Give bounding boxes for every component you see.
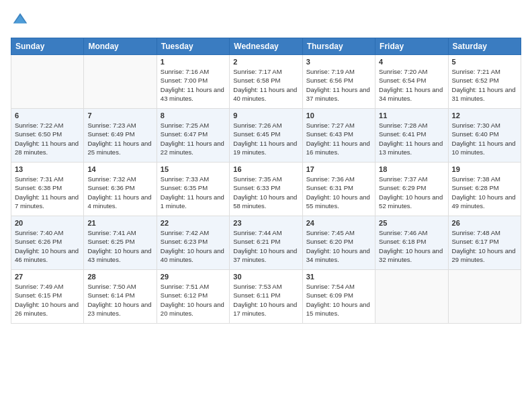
day-number: 19 bbox=[452, 165, 517, 173]
day-number: 29 bbox=[161, 273, 226, 281]
day-info: Sunrise: 7:49 AM Sunset: 6:15 PM Dayligh… bbox=[15, 282, 80, 318]
day-number: 17 bbox=[306, 165, 371, 173]
day-info: Sunrise: 7:19 AM Sunset: 6:56 PM Dayligh… bbox=[306, 67, 371, 103]
day-info: Sunrise: 7:20 AM Sunset: 6:54 PM Dayligh… bbox=[379, 67, 444, 103]
day-info: Sunrise: 7:48 AM Sunset: 6:17 PM Dayligh… bbox=[452, 228, 517, 264]
day-info: Sunrise: 7:40 AM Sunset: 6:26 PM Dayligh… bbox=[15, 228, 80, 264]
calendar-cell: 20Sunrise: 7:40 AM Sunset: 6:26 PM Dayli… bbox=[11, 216, 84, 270]
day-info: Sunrise: 7:53 AM Sunset: 6:11 PM Dayligh… bbox=[233, 282, 298, 318]
day-number: 24 bbox=[306, 219, 371, 227]
day-number: 9 bbox=[233, 111, 298, 120]
page-header bbox=[11, 11, 521, 30]
calendar-cell: 8Sunrise: 7:25 AM Sunset: 6:47 PM Daylig… bbox=[157, 109, 229, 163]
day-number: 5 bbox=[452, 58, 517, 66]
day-number: 4 bbox=[379, 58, 444, 66]
day-info: Sunrise: 7:26 AM Sunset: 6:45 PM Dayligh… bbox=[233, 121, 298, 156]
calendar-cell: 29Sunrise: 7:51 AM Sunset: 6:12 PM Dayli… bbox=[157, 270, 229, 324]
calendar-cell: 7Sunrise: 7:23 AM Sunset: 6:49 PM Daylig… bbox=[84, 109, 157, 163]
day-info: Sunrise: 7:36 AM Sunset: 6:31 PM Dayligh… bbox=[306, 175, 371, 210]
calendar-cell: 12Sunrise: 7:30 AM Sunset: 6:40 PM Dayli… bbox=[448, 109, 521, 163]
day-info: Sunrise: 7:33 AM Sunset: 6:35 PM Dayligh… bbox=[161, 175, 226, 210]
calendar-table: SundayMondayTuesdayWednesdayThursdayFrid… bbox=[11, 38, 521, 324]
day-number: 16 bbox=[233, 165, 298, 173]
day-number: 27 bbox=[15, 273, 80, 281]
day-number: 10 bbox=[306, 111, 371, 120]
calendar-cell: 19Sunrise: 7:38 AM Sunset: 6:28 PM Dayli… bbox=[448, 163, 521, 216]
calendar-cell: 5Sunrise: 7:21 AM Sunset: 6:52 PM Daylig… bbox=[448, 55, 521, 109]
day-info: Sunrise: 7:45 AM Sunset: 6:20 PM Dayligh… bbox=[306, 228, 371, 264]
calendar-cell: 15Sunrise: 7:33 AM Sunset: 6:35 PM Dayli… bbox=[157, 163, 229, 216]
weekday-header-cell: Monday bbox=[84, 38, 157, 55]
day-info: Sunrise: 7:50 AM Sunset: 6:14 PM Dayligh… bbox=[87, 282, 152, 318]
day-number: 2 bbox=[233, 58, 298, 66]
calendar-cell bbox=[84, 55, 157, 109]
day-info: Sunrise: 7:16 AM Sunset: 7:00 PM Dayligh… bbox=[161, 67, 226, 103]
day-info: Sunrise: 7:28 AM Sunset: 6:41 PM Dayligh… bbox=[379, 121, 444, 156]
calendar-cell: 28Sunrise: 7:50 AM Sunset: 6:14 PM Dayli… bbox=[84, 270, 157, 324]
day-number: 11 bbox=[379, 111, 444, 120]
weekday-header-row: SundayMondayTuesdayWednesdayThursdayFrid… bbox=[11, 38, 521, 55]
day-info: Sunrise: 7:32 AM Sunset: 6:36 PM Dayligh… bbox=[87, 175, 152, 210]
day-info: Sunrise: 7:44 AM Sunset: 6:21 PM Dayligh… bbox=[233, 228, 298, 264]
day-number: 14 bbox=[87, 165, 152, 173]
weekday-header-cell: Wednesday bbox=[230, 38, 302, 55]
day-number: 22 bbox=[161, 219, 226, 227]
day-info: Sunrise: 7:41 AM Sunset: 6:25 PM Dayligh… bbox=[87, 228, 152, 264]
calendar-cell: 3Sunrise: 7:19 AM Sunset: 6:56 PM Daylig… bbox=[302, 55, 375, 109]
calendar-cell: 6Sunrise: 7:22 AM Sunset: 6:50 PM Daylig… bbox=[11, 109, 84, 163]
logo-icon bbox=[12, 11, 28, 27]
day-info: Sunrise: 7:42 AM Sunset: 6:23 PM Dayligh… bbox=[161, 228, 226, 264]
calendar-week-row: 20Sunrise: 7:40 AM Sunset: 6:26 PM Dayli… bbox=[11, 216, 521, 270]
calendar-cell: 24Sunrise: 7:45 AM Sunset: 6:20 PM Dayli… bbox=[302, 216, 375, 270]
calendar-cell: 2Sunrise: 7:17 AM Sunset: 6:58 PM Daylig… bbox=[230, 55, 302, 109]
day-number: 1 bbox=[161, 58, 226, 66]
calendar-cell: 18Sunrise: 7:37 AM Sunset: 6:29 PM Dayli… bbox=[375, 163, 448, 216]
day-number: 7 bbox=[87, 111, 152, 120]
day-number: 3 bbox=[306, 58, 371, 66]
day-number: 15 bbox=[161, 165, 226, 173]
calendar-cell: 22Sunrise: 7:42 AM Sunset: 6:23 PM Dayli… bbox=[157, 216, 229, 270]
calendar-cell: 21Sunrise: 7:41 AM Sunset: 6:25 PM Dayli… bbox=[84, 216, 157, 270]
day-info: Sunrise: 7:21 AM Sunset: 6:52 PM Dayligh… bbox=[452, 67, 517, 103]
day-number: 26 bbox=[452, 219, 517, 227]
calendar-cell: 25Sunrise: 7:46 AM Sunset: 6:18 PM Dayli… bbox=[375, 216, 448, 270]
calendar-cell: 14Sunrise: 7:32 AM Sunset: 6:36 PM Dayli… bbox=[84, 163, 157, 216]
weekday-header-cell: Saturday bbox=[448, 38, 521, 55]
day-number: 30 bbox=[233, 273, 298, 281]
day-info: Sunrise: 7:23 AM Sunset: 6:49 PM Dayligh… bbox=[87, 121, 152, 156]
day-number: 13 bbox=[15, 165, 80, 173]
weekday-header-cell: Sunday bbox=[11, 38, 84, 55]
calendar-cell bbox=[375, 270, 448, 324]
calendar-cell: 16Sunrise: 7:35 AM Sunset: 6:33 PM Dayli… bbox=[230, 163, 302, 216]
day-number: 12 bbox=[452, 111, 517, 120]
weekday-header-cell: Thursday bbox=[302, 38, 375, 55]
weekday-header-cell: Tuesday bbox=[157, 38, 229, 55]
calendar-week-row: 13Sunrise: 7:31 AM Sunset: 6:38 PM Dayli… bbox=[11, 163, 521, 216]
calendar-cell: 11Sunrise: 7:28 AM Sunset: 6:41 PM Dayli… bbox=[375, 109, 448, 163]
day-number: 8 bbox=[161, 111, 226, 120]
calendar-week-row: 1Sunrise: 7:16 AM Sunset: 7:00 PM Daylig… bbox=[11, 55, 521, 109]
calendar-cell bbox=[448, 270, 521, 324]
day-info: Sunrise: 7:38 AM Sunset: 6:28 PM Dayligh… bbox=[452, 175, 517, 210]
day-number: 31 bbox=[306, 273, 371, 281]
calendar-cell: 27Sunrise: 7:49 AM Sunset: 6:15 PM Dayli… bbox=[11, 270, 84, 324]
logo bbox=[11, 11, 30, 30]
calendar-cell: 30Sunrise: 7:53 AM Sunset: 6:11 PM Dayli… bbox=[230, 270, 302, 324]
calendar-cell bbox=[11, 55, 84, 109]
calendar-cell: 9Sunrise: 7:26 AM Sunset: 6:45 PM Daylig… bbox=[230, 109, 302, 163]
calendar-cell: 13Sunrise: 7:31 AM Sunset: 6:38 PM Dayli… bbox=[11, 163, 84, 216]
day-info: Sunrise: 7:25 AM Sunset: 6:47 PM Dayligh… bbox=[161, 121, 226, 156]
day-info: Sunrise: 7:17 AM Sunset: 6:58 PM Dayligh… bbox=[233, 67, 298, 103]
day-info: Sunrise: 7:35 AM Sunset: 6:33 PM Dayligh… bbox=[233, 175, 298, 210]
day-info: Sunrise: 7:30 AM Sunset: 6:40 PM Dayligh… bbox=[452, 121, 517, 156]
weekday-header-cell: Friday bbox=[375, 38, 448, 55]
calendar-cell: 17Sunrise: 7:36 AM Sunset: 6:31 PM Dayli… bbox=[302, 163, 375, 216]
calendar-cell: 10Sunrise: 7:27 AM Sunset: 6:43 PM Dayli… bbox=[302, 109, 375, 163]
day-info: Sunrise: 7:31 AM Sunset: 6:38 PM Dayligh… bbox=[15, 175, 80, 210]
calendar-cell: 23Sunrise: 7:44 AM Sunset: 6:21 PM Dayli… bbox=[230, 216, 302, 270]
calendar-cell: 1Sunrise: 7:16 AM Sunset: 7:00 PM Daylig… bbox=[157, 55, 229, 109]
calendar-cell: 26Sunrise: 7:48 AM Sunset: 6:17 PM Dayli… bbox=[448, 216, 521, 270]
day-info: Sunrise: 7:22 AM Sunset: 6:50 PM Dayligh… bbox=[15, 121, 80, 156]
day-info: Sunrise: 7:54 AM Sunset: 6:09 PM Dayligh… bbox=[306, 282, 371, 318]
calendar-week-row: 6Sunrise: 7:22 AM Sunset: 6:50 PM Daylig… bbox=[11, 109, 521, 163]
